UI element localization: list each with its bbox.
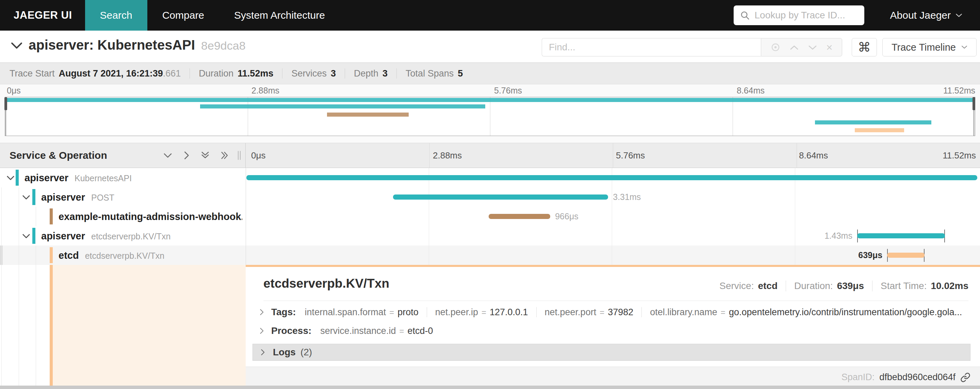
about-jaeger-label: About Jaeger bbox=[890, 10, 951, 21]
trace-view-selector-label: Trace Timeline bbox=[891, 42, 956, 53]
span-row[interactable]: apiserverPOST3.31ms bbox=[0, 187, 980, 207]
column-resizer[interactable] bbox=[238, 151, 240, 160]
next-match-chevron-down-icon[interactable] bbox=[808, 44, 817, 50]
chevron-down-icon[interactable] bbox=[22, 233, 30, 239]
timeline-tick-label: 2.88ms bbox=[433, 143, 462, 168]
indent-guide bbox=[19, 207, 19, 226]
nav-tab-system-architecture[interactable]: System Architecture bbox=[219, 0, 340, 30]
minimap-right-scrubber-handle[interactable] bbox=[972, 97, 975, 110]
tag-entry: internal.span.format=proto bbox=[305, 307, 418, 318]
chevron-down-icon[interactable] bbox=[6, 175, 15, 181]
tags-accordion[interactable]: Tags: internal.span.format=protonet.peer… bbox=[259, 307, 962, 318]
timeline-minimap: 0μs2.88ms5.76ms8.64ms11.52ms bbox=[0, 84, 980, 143]
span-row-timeline[interactable]: 966μs bbox=[246, 207, 978, 226]
span-service-name: etcd bbox=[59, 249, 79, 261]
tree-controls bbox=[163, 151, 229, 160]
tag-value: go.opentelemetry.io/contrib/instrumentat… bbox=[729, 307, 962, 318]
divider bbox=[345, 68, 345, 79]
logs-count: (2) bbox=[301, 347, 312, 358]
timeline-tick-label: 5.76ms bbox=[616, 143, 645, 168]
span-row[interactable]: apiserverKubernetesAPI bbox=[0, 168, 980, 187]
process-accordion[interactable]: Process: service.instance.id=etcd-0 bbox=[259, 325, 433, 336]
tag-value: 127.0.0.1 bbox=[490, 307, 528, 318]
minimap-tick-label: 0μs bbox=[7, 84, 21, 97]
service-operation-title: Service & Operation bbox=[10, 149, 107, 161]
span-bar[interactable] bbox=[887, 252, 924, 258]
trace-start-label: Trace Start bbox=[10, 68, 55, 79]
total-spans-value: 5 bbox=[458, 68, 463, 79]
trace-lookup-input[interactable] bbox=[755, 10, 858, 21]
minimap-grid-line bbox=[248, 97, 248, 136]
span-row-timeline[interactable]: 3.31ms bbox=[246, 187, 978, 207]
tag-separator bbox=[641, 307, 642, 317]
span-operation-name: POST bbox=[91, 192, 115, 202]
minimap-grid-line bbox=[733, 97, 733, 136]
minimap-canvas[interactable] bbox=[5, 97, 975, 136]
span-row-timeline[interactable]: 1.43ms bbox=[246, 226, 978, 246]
column-divider bbox=[246, 168, 246, 265]
span-duration-label: 3.31ms bbox=[613, 187, 641, 207]
trace-view-selector[interactable]: Trace Timeline bbox=[882, 38, 977, 56]
tags-label: Tags: bbox=[271, 307, 296, 318]
minimap-left-scrubber-handle[interactable] bbox=[5, 97, 7, 110]
span-color-bar bbox=[50, 208, 53, 224]
prev-match-chevron-up-icon[interactable] bbox=[790, 44, 799, 50]
start-time-value: 10.02ms bbox=[931, 281, 969, 291]
timeline-tick-label: 0μs bbox=[251, 143, 266, 168]
span-bar[interactable] bbox=[857, 233, 945, 238]
copy-link-icon[interactable] bbox=[960, 372, 970, 383]
collapse-one-chevron-down-icon[interactable] bbox=[163, 152, 172, 159]
tag-entry: net.peer.ip=127.0.0.1 bbox=[435, 307, 528, 318]
collapse-trace-chevron-icon[interactable] bbox=[10, 41, 23, 51]
span-name-wrap: example-mutating-admission-webhook... bbox=[59, 211, 242, 222]
chevron-right-icon bbox=[260, 348, 266, 356]
trace-header-controls: × ⌘ Trace Timeline bbox=[542, 38, 977, 56]
about-jaeger-menu[interactable]: About Jaeger bbox=[890, 10, 962, 21]
trace-title-wrap: apiserver: KubernetesAPI8e9dca8 bbox=[29, 37, 246, 53]
timeline-tick-label: 8.64ms bbox=[799, 143, 828, 168]
tag-key: net.peer.ip bbox=[435, 307, 478, 318]
top-nav: JAEGER UI Search Compare System Architec… bbox=[0, 0, 980, 30]
tag-separator bbox=[536, 307, 537, 317]
keyboard-shortcuts-button[interactable]: ⌘ bbox=[852, 38, 877, 56]
chevron-down-icon[interactable] bbox=[22, 195, 30, 200]
collapse-all-double-chevron-down-icon[interactable] bbox=[200, 151, 210, 159]
span-bar[interactable] bbox=[247, 175, 977, 180]
minimap-span-bar bbox=[6, 98, 974, 102]
divider bbox=[263, 300, 969, 301]
expand-one-chevron-right-icon[interactable] bbox=[183, 151, 189, 160]
minimap-tick-label: 11.52ms bbox=[943, 84, 975, 97]
span-row[interactable]: etcdetcdserverpb.KV/Txn639μs bbox=[0, 246, 980, 265]
logs-accordion[interactable]: Logs (2) bbox=[253, 344, 970, 361]
focus-match-icon[interactable] bbox=[770, 42, 781, 52]
app-logo[interactable]: JAEGER UI bbox=[0, 0, 85, 30]
spanid-label: SpanID: bbox=[842, 372, 875, 383]
span-name-wrap: apiserverPOST bbox=[41, 191, 115, 203]
expand-all-double-chevron-right-icon[interactable] bbox=[221, 151, 229, 160]
jaeger-trace-page: JAEGER UI Search Compare System Architec… bbox=[0, 0, 980, 389]
span-duration-label: 639μs bbox=[858, 246, 882, 265]
nav-tab-search[interactable]: Search bbox=[85, 0, 147, 30]
span-service-name: apiserver bbox=[41, 191, 85, 203]
chevron-down-icon bbox=[956, 13, 962, 17]
duration-value: 639μs bbox=[837, 281, 864, 291]
span-row[interactable]: example-mutating-admission-webhook...966… bbox=[0, 207, 980, 226]
find-controls: × bbox=[761, 38, 842, 56]
trace-lookup-box[interactable] bbox=[733, 5, 864, 25]
find-input[interactable] bbox=[542, 38, 761, 56]
span-bar[interactable] bbox=[393, 195, 608, 200]
indent-guide bbox=[36, 265, 36, 386]
tag-key: service.instance.id bbox=[320, 326, 396, 336]
span-bar[interactable] bbox=[488, 214, 550, 219]
nav-tab-compare[interactable]: Compare bbox=[147, 0, 219, 30]
minimap-tick-label: 2.88ms bbox=[251, 84, 279, 97]
tag-key: net.peer.port bbox=[545, 307, 597, 318]
clear-find-icon[interactable]: × bbox=[826, 42, 833, 53]
span-color-bar bbox=[32, 228, 35, 244]
span-row-left: etcdetcdserverpb.KV/Txn bbox=[0, 246, 246, 265]
span-row-timeline[interactable]: 639μs bbox=[246, 246, 978, 265]
span-service-name: example-mutating-admission-webhook... bbox=[59, 211, 242, 222]
span-row-timeline[interactable] bbox=[246, 168, 978, 187]
depth-label: Depth bbox=[354, 68, 379, 79]
span-row[interactable]: apiserveretcdserverpb.KV/Txn1.43ms bbox=[0, 226, 980, 246]
